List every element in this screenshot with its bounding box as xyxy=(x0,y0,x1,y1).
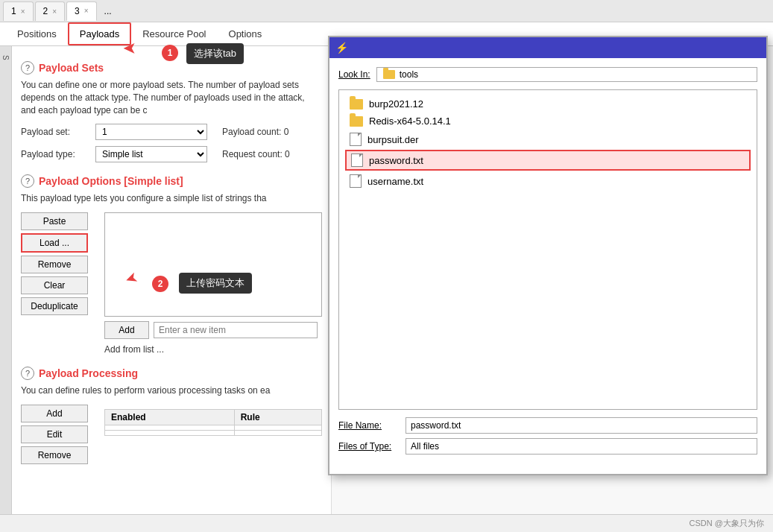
add-input[interactable] xyxy=(154,322,318,338)
file-item-redis[interactable]: Redis-x64-5.0.14.1 xyxy=(345,113,751,129)
deduplicate-button[interactable]: Deduplicate xyxy=(21,297,88,315)
file-dialog: ⚡ Look In: tools burp2021.12 Redis-x64-5… xyxy=(328,36,768,475)
files-of-type-label: Files of Type: xyxy=(338,441,406,452)
processing-buttons-col: Add Edit Remove xyxy=(21,405,95,467)
close-tab-3[interactable]: × xyxy=(84,7,89,15)
table-row xyxy=(105,425,322,430)
folder-icon-burp xyxy=(350,99,363,110)
clear-button[interactable]: Clear xyxy=(21,276,88,294)
badge-1: 1 xyxy=(162,45,178,61)
payload-processing-header: ? Payload Processing xyxy=(21,367,322,380)
payload-type-label: Payload type: xyxy=(21,149,95,159)
payload-options-header: ? Payload Options [Simple list] xyxy=(21,174,322,188)
dialog-title-icon: ⚡ xyxy=(335,42,348,54)
processing-body: Add Edit Remove Enabled Rule xyxy=(21,405,322,467)
file-icon-burpder xyxy=(350,133,362,146)
file-name-label: File Name: xyxy=(338,420,406,431)
folder-icon xyxy=(383,70,395,79)
payload-buttons-col: Paste Load ... Remove Clear Deduplicate xyxy=(21,212,95,355)
processing-table: Enabled Rule xyxy=(104,409,322,436)
tab-more[interactable]: ... xyxy=(98,3,118,19)
col-enabled: Enabled xyxy=(105,409,235,425)
file-item-burp[interactable]: burp2021.12 xyxy=(345,96,751,112)
tab-positions[interactable]: Positions xyxy=(6,23,68,45)
tab-options[interactable]: Options xyxy=(218,23,274,45)
payload-sets-desc: You can define one or more payload sets.… xyxy=(21,79,322,116)
look-in-path: tools xyxy=(376,67,757,82)
col-rule: Rule xyxy=(234,409,321,425)
payload-processing-help-icon[interactable]: ? xyxy=(21,367,34,380)
folder-icon-redis xyxy=(350,116,363,127)
tab-2[interactable]: 2 × xyxy=(35,1,66,21)
processing-edit-button[interactable]: Edit xyxy=(21,425,88,443)
file-name-row: File Name: xyxy=(338,417,757,434)
look-in-row: Look In: tools xyxy=(338,67,757,82)
payload-count-value: Payload count: 0 xyxy=(222,127,288,137)
processing-add-button[interactable]: Add xyxy=(21,405,88,422)
processing-table-col: Enabled Rule xyxy=(104,405,322,467)
processing-remove-button[interactable]: Remove xyxy=(21,446,88,464)
files-of-type-row: Files of Type: xyxy=(338,438,757,455)
tab-3[interactable]: 3 × xyxy=(66,1,97,21)
dialog-body: Look In: tools burp2021.12 Redis-x64-5.0… xyxy=(329,58,766,474)
credit-text: CSDN @大象只为你 xyxy=(690,518,764,529)
payload-options-title: Payload Options [Simple list] xyxy=(39,175,183,187)
tab-bar: 1 × 2 × 3 × ... xyxy=(0,0,773,22)
dialog-title-bar: ⚡ xyxy=(329,37,766,58)
payload-type-row: Payload type: Simple list Runtime file C… xyxy=(21,146,322,162)
payload-sets-title: Payload Sets xyxy=(39,62,104,74)
file-list-area[interactable]: burp2021.12 Redis-x64-5.0.14.1 burpsuit.… xyxy=(338,89,757,410)
annotation-upload-password: 上传密码文本 xyxy=(179,273,252,294)
table-row xyxy=(105,430,322,435)
file-icon-password xyxy=(351,153,363,167)
add-row: Add xyxy=(104,321,322,339)
payload-processing-desc: You can define rules to perform various … xyxy=(21,384,322,397)
close-tab-2[interactable]: × xyxy=(52,7,57,16)
file-icon-username xyxy=(350,174,362,188)
payload-options-desc: This payload type lets you configure a s… xyxy=(21,192,322,205)
payload-processing-title: Payload Processing xyxy=(39,367,138,379)
files-of-type-input[interactable] xyxy=(406,438,757,455)
request-count-value: Request count: 0 xyxy=(222,149,290,159)
payload-set-label: Payload set: xyxy=(21,127,95,137)
payload-set-select[interactable]: 1 2 xyxy=(95,124,207,140)
tab-payloads[interactable]: Payloads xyxy=(68,22,131,45)
sidebar-strip: S xyxy=(0,46,12,532)
arrow-to-tab: ➤ xyxy=(123,39,136,58)
tab-1[interactable]: 1 × xyxy=(3,1,34,21)
dialog-fields: File Name: Files of Type: xyxy=(338,417,757,459)
payload-type-select[interactable]: Simple list Runtime file Custom iterator xyxy=(95,146,207,162)
payload-list-area xyxy=(104,212,322,317)
close-tab-1[interactable]: × xyxy=(21,7,25,16)
file-name-input[interactable] xyxy=(406,417,757,434)
add-from-list-link[interactable]: Add from list ... xyxy=(104,344,164,355)
payload-sets-header: ? Payload Sets xyxy=(21,61,322,75)
file-item-username[interactable]: username.txt xyxy=(345,172,751,190)
paste-button[interactable]: Paste xyxy=(21,212,88,230)
panel-body: ? Payload Sets You can define one or mor… xyxy=(12,46,331,475)
remove-button[interactable]: Remove xyxy=(21,256,88,273)
load-button[interactable]: Load ... xyxy=(21,233,88,253)
tab-resource-pool[interactable]: Resource Pool xyxy=(131,23,217,45)
file-item-password[interactable]: password.txt xyxy=(345,150,751,171)
add-button[interactable]: Add xyxy=(104,321,149,339)
annotation-select-tab: 选择该tab xyxy=(186,43,244,64)
badge-2: 2 xyxy=(152,276,168,292)
file-item-burpder[interactable]: burpsuit.der xyxy=(345,130,751,148)
payload-set-row: Payload set: 1 2 Payload count: 0 xyxy=(21,124,322,140)
bottom-bar: CSDN @大象只为你 xyxy=(0,514,773,532)
payload-options-body: Paste Load ... Remove Clear Deduplicate … xyxy=(21,212,322,355)
payload-options-help-icon[interactable]: ? xyxy=(21,174,34,188)
look-in-label: Look In: xyxy=(338,69,370,80)
payload-sets-help-icon[interactable]: ? xyxy=(21,61,34,75)
